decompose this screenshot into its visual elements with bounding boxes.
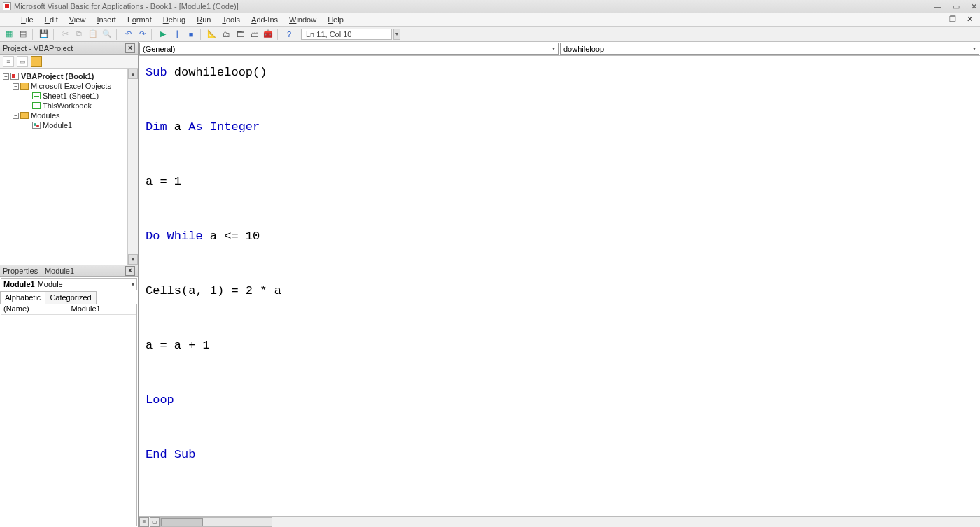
- tree-modules[interactable]: Modules: [31, 111, 60, 120]
- full-module-view-button[interactable]: ▭: [150, 517, 160, 527]
- workbook-icon: [32, 102, 41, 109]
- project-scrollbar[interactable]: ▴ ▾: [127, 69, 138, 265]
- chevron-down-icon: ▾: [552, 45, 555, 52]
- object-dropdown-value: (General): [143, 45, 175, 53]
- tree-vbaproject[interactable]: VBAProject (Book1): [21, 72, 94, 80]
- procedure-view-button[interactable]: ≡: [139, 517, 149, 527]
- code-footer: ≡ ▭: [139, 516, 980, 527]
- vbaproject-icon: [10, 73, 19, 80]
- project-explorer-panel: Project - VBAProject × ≡ ▭ − VBAProject …: [0, 42, 138, 265]
- mdi-close[interactable]: ✕: [962, 13, 977, 25]
- tree-sheet1[interactable]: Sheet1 (Sheet1): [43, 92, 99, 100]
- procedure-dropdown[interactable]: dowhileloop ▾: [560, 43, 979, 55]
- collapse-icon[interactable]: −: [13, 83, 19, 90]
- find-button[interactable]: 🔍: [101, 28, 113, 41]
- save-button[interactable]: 💾: [38, 28, 50, 41]
- properties-object-selector[interactable]: Module1 Module ▾: [1, 278, 137, 290]
- separator: [53, 29, 56, 40]
- mdi-minimize[interactable]: —: [927, 13, 943, 25]
- tab-categorized[interactable]: Categorized: [45, 291, 96, 304]
- properties-grid[interactable]: (Name) Module1: [1, 304, 137, 526]
- project-toolbar: ≡ ▭: [0, 55, 138, 69]
- menu-view[interactable]: View: [65, 14, 90, 25]
- cut-button[interactable]: ✂: [59, 28, 71, 41]
- properties-panel-close[interactable]: ×: [125, 266, 135, 276]
- toolbar-overflow[interactable]: ▾: [393, 29, 400, 40]
- tab-alphabetic[interactable]: Alphabetic: [0, 291, 46, 304]
- title-bar: Microsoft Visual Basic for Applications …: [0, 0, 980, 13]
- view-code-button[interactable]: ≡: [3, 56, 14, 67]
- object-browser-button[interactable]: 🗃: [248, 28, 260, 41]
- folder-icon: [20, 83, 29, 90]
- separator: [32, 29, 35, 40]
- mdi-restore[interactable]: ❐: [945, 13, 960, 25]
- menu-debug[interactable]: Debug: [159, 14, 190, 25]
- toggle-folders-button[interactable]: [31, 56, 42, 67]
- scroll-up-button[interactable]: ▴: [128, 69, 138, 79]
- undo-button[interactable]: ↶: [122, 28, 134, 41]
- object-dropdown[interactable]: (General) ▾: [139, 43, 559, 55]
- separator: [277, 29, 280, 40]
- app-icon: [3, 2, 11, 10]
- menu-tools[interactable]: Tools: [218, 14, 244, 25]
- properties-button[interactable]: 🗔: [234, 28, 246, 41]
- code-editor[interactable]: Sub dowhileloop() Dim a As Integer a = 1…: [139, 56, 980, 471]
- scroll-down-button[interactable]: ▾: [128, 254, 138, 265]
- project-tree[interactable]: − VBAProject (Book1) − Microsoft Excel O…: [0, 69, 138, 265]
- procedure-dropdown-value: dowhileloop: [564, 45, 604, 53]
- minimize-button[interactable]: —: [934, 2, 941, 11]
- horizontal-scrollbar[interactable]: [160, 517, 272, 527]
- folder-icon: [20, 112, 29, 119]
- window-title: Microsoft Visual Basic for Applications …: [14, 2, 239, 10]
- separator: [116, 29, 119, 40]
- project-explorer-button[interactable]: 🗂: [220, 28, 232, 41]
- properties-object-name: Module1: [4, 280, 35, 288]
- separator: [151, 29, 154, 40]
- view-excel-button[interactable]: ▦: [3, 28, 15, 41]
- menu-window[interactable]: Window: [285, 14, 321, 25]
- menu-addins[interactable]: Add-Ins: [247, 14, 282, 25]
- tree-module1[interactable]: Module1: [43, 121, 72, 129]
- menu-format[interactable]: Format: [123, 14, 156, 25]
- properties-panel: Properties - Module1 × Module1 Module ▾ …: [0, 265, 138, 527]
- prop-name-key: (Name): [1, 304, 69, 314]
- paste-button[interactable]: 📋: [87, 28, 99, 41]
- chevron-down-icon: ▾: [973, 45, 976, 52]
- code-window: (General) ▾ dowhileloop ▾ Sub dowhileloo…: [139, 42, 980, 527]
- standard-toolbar: ▦ ▤ 💾 ✂ ⧉ 📋 🔍 ↶ ↷ ▶ ∥ ■ 📐 🗂 🗔 🗃 🧰 ? Ln 1…: [0, 27, 980, 42]
- module-icon: [32, 122, 41, 129]
- break-button[interactable]: ∥: [171, 28, 183, 41]
- toolbox-button[interactable]: 🧰: [262, 28, 274, 41]
- properties-panel-title: Properties - Module1: [3, 267, 74, 275]
- tree-excel-objects[interactable]: Microsoft Excel Objects: [31, 82, 111, 90]
- run-button[interactable]: ▶: [157, 28, 169, 41]
- tree-thisworkbook[interactable]: ThisWorkbook: [43, 101, 92, 110]
- maximize-button[interactable]: ▭: [953, 2, 960, 11]
- prop-name-value[interactable]: Module1: [69, 304, 137, 314]
- redo-button[interactable]: ↷: [136, 28, 148, 41]
- copy-button[interactable]: ⧉: [73, 28, 85, 41]
- menu-insert[interactable]: Insert: [92, 14, 120, 25]
- menu-edit[interactable]: Edit: [41, 14, 62, 25]
- help-button[interactable]: ?: [283, 28, 295, 41]
- separator: [200, 29, 203, 40]
- collapse-icon[interactable]: −: [3, 73, 9, 80]
- cursor-position: Ln 11, Col 10: [301, 29, 392, 40]
- close-button[interactable]: ✕: [971, 2, 977, 11]
- properties-object-type: Module: [38, 280, 63, 288]
- menu-bar: File Edit View Insert Format Debug Run T…: [0, 13, 980, 27]
- sheet-icon: [32, 92, 41, 99]
- chevron-down-icon: ▾: [132, 281, 134, 288]
- menu-run[interactable]: Run: [192, 14, 215, 25]
- project-panel-title: Project - VBAProject: [3, 44, 73, 52]
- menu-help[interactable]: Help: [323, 14, 348, 25]
- reset-button[interactable]: ■: [185, 28, 197, 41]
- project-panel-close[interactable]: ×: [125, 43, 135, 53]
- menu-file[interactable]: File: [17, 14, 38, 25]
- scrollbar-thumb[interactable]: [161, 518, 203, 526]
- collapse-icon[interactable]: −: [13, 113, 19, 119]
- insert-module-button[interactable]: ▤: [17, 28, 29, 41]
- design-mode-button[interactable]: 📐: [206, 28, 218, 41]
- view-object-button[interactable]: ▭: [17, 56, 28, 67]
